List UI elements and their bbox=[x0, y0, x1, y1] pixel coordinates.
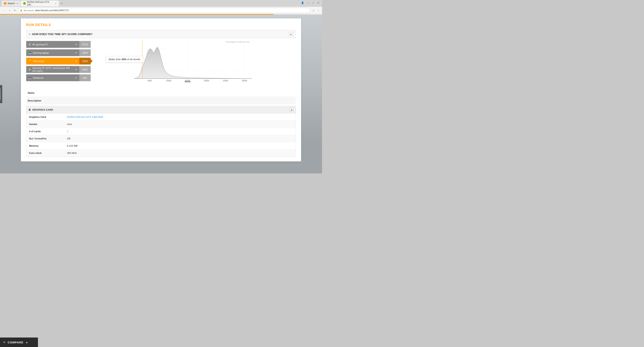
chart-icon: ≈ bbox=[29, 33, 30, 36]
card-value-vendor: Acer bbox=[67, 123, 72, 126]
score-row-4k: 🖥 4K gaming PC ▼ 6733 bbox=[26, 40, 91, 48]
svg-text:30000: 30000 bbox=[242, 80, 247, 82]
graphics-card-rows: Graphics Card NVIDIA GeForce GTX 1060-6G… bbox=[26, 114, 296, 157]
svg-text:20000: 20000 bbox=[204, 80, 209, 82]
graphics-card-title: GRAPHICS CARD bbox=[32, 108, 53, 111]
score-row-laptop: 💻 Gaming laptop ▼ 3879 bbox=[26, 49, 91, 56]
score-row-notebook: 💻 Notebook ▼ 552 bbox=[26, 74, 91, 82]
lock-icon: 🔒 bbox=[20, 9, 22, 12]
score-label-text-laptop: Gaming laptop bbox=[33, 52, 49, 54]
card-label-memory: Memory bbox=[29, 144, 67, 147]
info-row-description: Description bbox=[26, 97, 296, 104]
monitor-icon-notebook: 💻 bbox=[28, 76, 31, 79]
score-compare-container: 🖥 4K gaming PC ▼ 6733 💻 Gaming laptop ▼ bbox=[26, 40, 296, 86]
score-label-this[interactable]: 🏆 This score ▼ bbox=[26, 58, 79, 64]
card-label-core-clock: Core clock bbox=[29, 152, 67, 154]
tab-nvidia[interactable]: NVIDIA GeForce GTX 106... ✕ bbox=[21, 0, 59, 6]
forward-button[interactable]: → bbox=[7, 8, 12, 13]
graphics-card-title-group: 🖥 GRAPHICS CARD bbox=[28, 108, 53, 111]
compare-collapse-button[interactable]: ▲ bbox=[289, 32, 293, 36]
score-value-4k: 6733 bbox=[79, 41, 91, 48]
chevron-laptop: ▼ bbox=[75, 52, 77, 54]
star-icon[interactable]: ☆ bbox=[311, 8, 316, 12]
score-value-this: 3533 bbox=[79, 58, 91, 64]
score-tooltip: Better than 30% of all results bbox=[106, 56, 143, 62]
back-button[interactable]: ← bbox=[2, 8, 6, 13]
tab-close-search[interactable]: ✕ bbox=[17, 2, 18, 4]
progress-bar bbox=[0, 14, 274, 14]
card-value-sli: Off bbox=[67, 137, 70, 140]
graphics-card-section-header: 🖥 GRAPHICS CARD ▲ bbox=[26, 106, 296, 114]
score-row-htc: 🖥 Gaming PC (HTC Vive/Oculus Rift min sp… bbox=[26, 66, 91, 73]
score-label-text-this: This score bbox=[33, 60, 44, 62]
svg-text:5000: 5000 bbox=[148, 80, 152, 82]
minimize-button[interactable]: ─ bbox=[306, 1, 310, 5]
score-label-htc[interactable]: 🖥 Gaming PC (HTC Vive/Oculus Rift min sp… bbox=[26, 66, 79, 73]
close-button[interactable]: ✕ bbox=[316, 1, 320, 5]
refresh-button[interactable]: ↻ bbox=[13, 8, 17, 12]
card-label-graphics-card: Graphics Card bbox=[29, 116, 67, 118]
score-label-text-notebook: Notebook bbox=[33, 76, 44, 79]
tooltip-percentage: 30% bbox=[122, 58, 126, 61]
tab-label-nvidia: NVIDIA GeForce GTX 106... bbox=[27, 1, 53, 6]
tooltip-suffix: of all results bbox=[126, 58, 140, 61]
graphics-card-icon: 🖥 bbox=[28, 108, 31, 111]
chart-area: Score 5000 10000 15000 20000 25000 30000… bbox=[91, 40, 296, 86]
svg-text:Percentage of results per scor: Percentage of results per score. bbox=[226, 41, 250, 43]
card-value-memory: 6,144 MB bbox=[67, 144, 78, 147]
url-text: www.3dmark.com/3dm/19407172 bbox=[35, 9, 308, 12]
graphics-card-collapse-button[interactable]: ▲ bbox=[290, 108, 294, 112]
run-details-header: RUN DETAILS bbox=[26, 23, 296, 27]
info-section: Name Description bbox=[26, 89, 296, 104]
card-row-memory: Memory 6,144 MB bbox=[26, 142, 296, 150]
info-label-description: Description bbox=[28, 99, 66, 102]
compare-section-title: HOW DOES THIS TIME SPY SCORE COMPARE? bbox=[32, 33, 92, 36]
svg-text:25000: 25000 bbox=[223, 80, 228, 82]
card-row-num-cards: # of cards 1 bbox=[26, 128, 296, 135]
not-secure-label: Not secure bbox=[24, 9, 34, 12]
score-label-text-4k: 4K gaming PC bbox=[32, 43, 48, 46]
maximize-button[interactable]: □ bbox=[311, 1, 315, 5]
feedback-tab[interactable]: FEEDBACK bbox=[0, 85, 2, 103]
score-label-notebook[interactable]: 💻 Notebook ▼ bbox=[26, 74, 79, 81]
compare-section-title-group: ≈ HOW DOES THIS TIME SPY SCORE COMPARE? bbox=[29, 33, 92, 36]
score-value-htc: 3362 bbox=[79, 66, 91, 73]
card-value-num-cards[interactable]: 1 bbox=[67, 130, 68, 133]
score-label-laptop[interactable]: 💻 Gaming laptop ▼ bbox=[26, 49, 79, 56]
tab-close-nvidia[interactable]: ✕ bbox=[55, 2, 56, 4]
tooltip-prefix: Better than bbox=[109, 58, 122, 61]
monitor-icon-htc: 🖥 bbox=[28, 68, 31, 71]
info-label-name: Name bbox=[28, 92, 66, 94]
new-tab-button[interactable]: + bbox=[59, 1, 64, 6]
card-value-core-clock: 450 MHz bbox=[67, 152, 77, 154]
card-row-core-clock: Core clock 450 MHz bbox=[26, 150, 296, 157]
score-label-4k[interactable]: 🖥 4K gaming PC ▼ bbox=[26, 41, 79, 48]
card-label-num-cards: # of cards bbox=[29, 130, 67, 133]
card-label-vendor: Vendor bbox=[29, 123, 67, 126]
score-row-this: 🏆 This score ▼ 3533 bbox=[26, 57, 91, 65]
chevron-htc: ▼ bbox=[75, 68, 77, 70]
trophy-icon: 🏆 bbox=[28, 60, 31, 62]
score-compare-area: 🖥 4K gaming PC ▼ 6733 💻 Gaming laptop ▼ bbox=[26, 40, 296, 86]
tab-bar: Search ✕ NVIDIA GeForce GTX 106... ✕ + bbox=[0, 0, 322, 7]
monitor-icon-4k: 🖥 bbox=[28, 43, 31, 46]
score-bars: 🖥 4K gaming PC ▼ 6733 💻 Gaming laptop ▼ bbox=[26, 40, 91, 86]
browser-actions: ☆ ⋮ bbox=[311, 8, 320, 12]
chevron-notebook: ▼ bbox=[75, 77, 77, 79]
score-value-notebook: 552 bbox=[79, 74, 91, 81]
window-controls: 👤 ─ □ ✕ bbox=[300, 1, 320, 5]
card-value-graphics-card[interactable]: NVIDIA GeForce GTX 1060-6GB bbox=[67, 116, 103, 118]
card-row-vendor: Vendor Acer bbox=[26, 121, 296, 128]
background: FEEDBACK RUN DETAILS ≈ HOW DOES THIS TIM… bbox=[0, 14, 322, 174]
tab-favicon-search bbox=[4, 2, 6, 5]
address-bar[interactable]: 🔒 Not secure www.3dmark.com/3dm/19407172 bbox=[18, 8, 310, 13]
tab-favicon-nvidia bbox=[23, 2, 26, 5]
browser-chrome: 👤 ─ □ ✕ Search ✕ NVIDIA GeForce GTX 106.… bbox=[0, 0, 322, 14]
card-label-sli: SLI / CrossFire bbox=[29, 137, 67, 140]
svg-text:10000: 10000 bbox=[166, 80, 171, 82]
tab-search[interactable]: Search ✕ bbox=[2, 0, 20, 6]
chevron-this: ▼ bbox=[75, 60, 77, 62]
menu-icon[interactable]: ⋮ bbox=[316, 8, 320, 12]
browser-controls: ← → ↻ 🔒 Not secure www.3dmark.com/3dm/19… bbox=[0, 7, 322, 14]
profile-icon[interactable]: 👤 bbox=[300, 1, 304, 5]
